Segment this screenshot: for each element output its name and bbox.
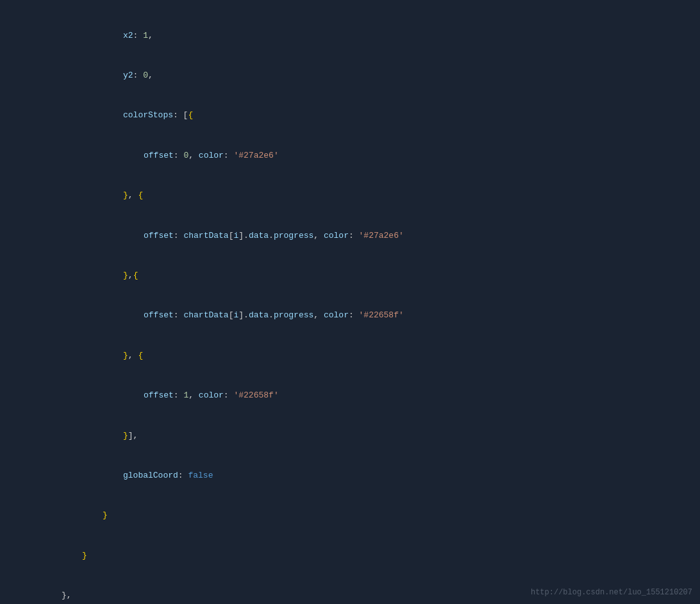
code-line: },{ [0,269,700,283]
code-line: offset: 1, color: '#22658f' [0,389,700,403]
code-line: }], [0,430,700,443]
code-line: x2: 1, [0,29,700,43]
code-line: }, { [0,189,700,203]
code-content: x2: 1, y2: 0, colorStops: [{ offset: 0, … [0,0,700,604]
code-line: offset: chartData[i].data.progress, colo… [0,309,700,323]
code-line: y2: 0, [0,69,700,83]
code-line: globalCoord: false [0,469,700,483]
code-line: }, { [0,349,700,363]
code-line: } [0,549,700,563]
watermark: http://blog.csdn.net/luo_1551210207 [531,587,692,599]
code-line: offset: 0, color: '#27a2e6' [0,149,700,163]
code-line: offset: chartData[i].data.progress, colo… [0,230,700,243]
code-line: colorStops: [{ [0,109,700,122]
code-editor: x2: 1, y2: 0, colorStops: [{ offset: 0, … [0,0,700,604]
code-line: } [0,509,700,523]
